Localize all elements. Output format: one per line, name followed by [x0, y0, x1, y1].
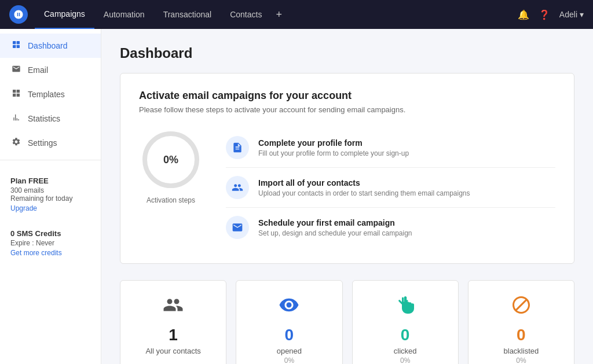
- nav-item-campaigns[interactable]: Campaigns: [35, 0, 94, 29]
- page-title: Dashboard: [120, 45, 574, 61]
- contacts-stat-icon: [163, 295, 184, 320]
- contacts-label: All your contacts: [145, 347, 200, 355]
- clicked-count: 0: [401, 326, 410, 344]
- opened-count: 0: [285, 326, 294, 344]
- help-button[interactable]: ❓: [539, 9, 550, 20]
- plan-title: Plan FREE: [10, 177, 90, 185]
- sidebar-label-templates: Templates: [28, 90, 65, 99]
- sidebar-item-statistics[interactable]: Statistics: [0, 106, 101, 131]
- contacts-count: 1: [169, 326, 178, 344]
- blacklisted-count: 0: [517, 326, 526, 344]
- statistics-icon: [10, 113, 22, 124]
- opened-pct: 0%: [284, 356, 294, 364]
- step-profile-text: Complete your profile form Fill out your…: [258, 138, 409, 157]
- dashboard-icon: [10, 40, 22, 52]
- step-profile-title: Complete your profile form: [258, 138, 409, 148]
- activation-steps-caption: Activation steps: [147, 196, 195, 204]
- logo[interactable]: [9, 5, 28, 24]
- sms-title: 0 SMS Credits: [10, 229, 90, 238]
- step-contacts-desc: Upload your contacts in order to start s…: [258, 189, 470, 197]
- opened-stat-icon: [279, 295, 299, 320]
- layout: Dashboard Email Templates Statistics Set…: [0, 29, 593, 364]
- main-content: Dashboard Activate email campaigns for y…: [101, 29, 593, 364]
- sidebar-plan: Plan FREE 300 emails Remaining for today…: [0, 170, 101, 220]
- activation-card: Activate email campaigns for your accoun…: [120, 73, 574, 264]
- stat-card-clicked: 0 clicked 0%: [352, 280, 459, 364]
- user-label: Adeli: [559, 10, 577, 19]
- sidebar-divider: [0, 160, 101, 160]
- blacklisted-stat-icon: [511, 295, 532, 320]
- plan-remaining: Remaining for today: [10, 194, 90, 203]
- chevron-down-icon: ▾: [580, 10, 584, 19]
- step-contacts-text: Import all of your contacts Upload your …: [258, 178, 470, 197]
- svg-rect-0: [13, 41, 16, 44]
- svg-rect-3: [17, 45, 20, 48]
- step-campaign-desc: Set up, design and schedule your email c…: [258, 229, 412, 237]
- step-profile-desc: Fill out your profile form to complete y…: [258, 149, 409, 157]
- opened-label: opened: [277, 347, 302, 355]
- activation-heading: Activate email campaigns for your accoun…: [139, 90, 555, 102]
- top-nav: Campaigns Automation Transactional Conta…: [0, 0, 593, 29]
- sms-expire: Expire : Never: [10, 239, 90, 247]
- steps-list: Complete your profile form Fill out your…: [226, 128, 555, 247]
- sidebar-sms: 0 SMS Credits Expire : Never Get more cr…: [0, 222, 101, 264]
- stat-card-contacts: 1 All your contacts: [120, 280, 226, 364]
- clicked-pct: 0%: [400, 356, 410, 364]
- sidebar-label-email: Email: [28, 65, 48, 75]
- progress-circle-container: 0% Activation steps: [139, 128, 203, 204]
- step-item-contacts: Import all of your contacts Upload your …: [226, 168, 555, 208]
- blacklisted-label: blacklisted: [504, 347, 539, 355]
- nav-item-automation[interactable]: Automation: [94, 0, 154, 29]
- svg-rect-2: [13, 45, 16, 48]
- settings-icon: [10, 137, 22, 149]
- step-item-campaign: Schedule your first email campaign Set u…: [226, 208, 555, 247]
- step-campaign-icon: [226, 216, 249, 239]
- sidebar-label-dashboard: Dashboard: [28, 41, 68, 50]
- notification-button[interactable]: 🔔: [518, 9, 529, 20]
- progress-circle: 0%: [139, 128, 203, 192]
- step-contacts-title: Import all of your contacts: [258, 178, 470, 187]
- templates-icon: [10, 89, 22, 100]
- activation-description: Please follow these steps to activate yo…: [139, 105, 555, 114]
- plan-emails: 300 emails: [10, 186, 90, 194]
- sms-credits-link[interactable]: Get more credits: [10, 249, 62, 257]
- sidebar-item-templates[interactable]: Templates: [0, 82, 101, 106]
- blacklisted-pct: 0%: [516, 356, 526, 364]
- stats-row: 1 All your contacts 0 opened 0%: [120, 280, 574, 364]
- step-campaign-title: Schedule your first email campaign: [258, 218, 412, 227]
- progress-label: 0%: [163, 154, 178, 166]
- plan-upgrade-link[interactable]: Upgrade: [10, 204, 37, 212]
- email-icon: [10, 64, 22, 76]
- clicked-label: clicked: [394, 347, 417, 355]
- user-menu[interactable]: Adeli ▾: [559, 10, 584, 19]
- step-profile-icon: [226, 136, 249, 159]
- sidebar-label-statistics: Statistics: [28, 114, 60, 123]
- sidebar-item-settings[interactable]: Settings: [0, 131, 101, 155]
- step-item-profile: Complete your profile form Fill out your…: [226, 128, 555, 168]
- nav-item-transactional[interactable]: Transactional: [154, 0, 221, 29]
- nav-items: Campaigns Automation Transactional Conta…: [35, 0, 518, 29]
- nav-item-contacts[interactable]: Contacts: [221, 0, 271, 29]
- sidebar-label-settings: Settings: [28, 138, 57, 148]
- step-campaign-text: Schedule your first email campaign Set u…: [258, 218, 412, 237]
- stat-card-opened: 0 opened 0%: [236, 280, 342, 364]
- nav-right: 🔔 ❓ Adeli ▾: [518, 9, 584, 20]
- activation-body: 0% Activation steps Complete your profil…: [139, 128, 555, 247]
- nav-add-button[interactable]: +: [271, 9, 287, 21]
- sidebar-item-dashboard[interactable]: Dashboard: [0, 34, 101, 58]
- svg-rect-1: [17, 41, 20, 44]
- stat-card-blacklisted: 0 blacklisted 0%: [468, 280, 574, 364]
- sidebar-item-email[interactable]: Email: [0, 58, 101, 82]
- step-contacts-icon: [226, 176, 249, 199]
- sidebar: Dashboard Email Templates Statistics Set…: [0, 29, 101, 364]
- clicked-stat-icon: [395, 295, 416, 320]
